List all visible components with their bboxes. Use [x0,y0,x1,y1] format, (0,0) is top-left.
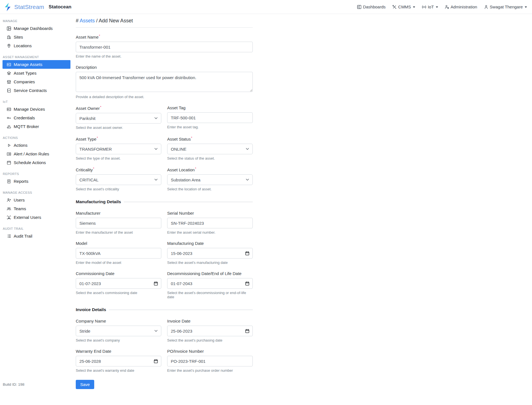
sidebar-item-label: Actions [14,143,27,148]
commissioning-date-input[interactable]: 01-07-2023 [76,278,161,289]
sidebar-item-label: Service Contracts [14,88,47,93]
asset-type-select[interactable]: TRANSFORMER [76,144,161,154]
sidebar-item-reports[interactable]: Reports [3,177,70,186]
field-label: Serial Number [167,211,253,215]
sidebar-item-manage-assets[interactable]: Manage Assets [3,60,70,69]
section-divider [109,310,253,310]
sidebar-item-sites[interactable]: Sites [3,33,70,41]
chevron-down-icon [154,329,158,333]
sidebar-item-asset-types[interactable]: Asset Types [3,69,70,77]
field-helper: Select the asset's purchasing date [167,338,253,342]
breadcrumb: # Assets / Add New Asset [76,18,253,24]
sidebar-item-alert-action-rules[interactable]: Alert / Action Rules [3,150,70,158]
serial-number-input[interactable] [167,218,253,228]
decommissioning-date-input[interactable]: 01-07-2043 [167,278,253,289]
sidebar-item-users[interactable]: Users [3,196,70,204]
field-label: Model [76,241,161,246]
select-value: Substation Area [171,177,200,182]
sidebar-item-audit-trail[interactable]: Audit Trail [3,232,70,240]
po-invoice-number-input[interactable] [167,356,253,366]
asset-location-select[interactable]: Substation Area [167,174,253,185]
sidebar-item-locations[interactable]: Locations [3,41,70,50]
field-label: Description [76,65,253,70]
model-input[interactable] [76,248,161,259]
warranty-end-date-input[interactable]: 25-06-2028 [76,356,161,366]
nav-label: Administration [451,4,477,9]
calendar-icon [154,359,158,363]
field-asset-location: Asset Location* Substation Area Select t… [167,167,253,191]
sidebar-section-heading: ASSET MANAGEMENT [3,55,70,59]
building-icon [7,35,11,39]
sidebar-item-label: Manage Dashboards [14,26,53,31]
field-helper: Enter the asset tag. [167,125,253,129]
sidebar-section-heading: REPORTS [3,172,70,176]
select-value: Parikshit [79,116,96,121]
sidebar-item-credentials[interactable]: Credentials [3,113,70,122]
chevron-down-icon [154,178,158,181]
field-label: Manufacturing Date [167,241,253,246]
sidebar-section-heading: ACTIONS [3,136,70,139]
asset-name-input[interactable] [76,42,253,52]
field-serial-number: Serial Number Enter the asset serial num… [167,211,253,235]
invoice-date-input[interactable]: 25-06-2023 [167,326,253,336]
required-asterisk: * [195,167,196,170]
criticality-select[interactable]: CRITICAL [76,174,161,185]
sidebar-item-label: Companies [14,79,35,84]
asset-status-select[interactable]: ONLINE [167,144,253,154]
person-gear-icon [445,5,449,9]
breadcrumb-divider [76,27,253,28]
sidebar-item-companies[interactable]: Companies [3,77,70,86]
select-value: ONLINE [171,147,186,151]
sidebar-item-label: Teams [14,206,26,211]
nav-iot[interactable]: IoT [422,4,438,9]
nav-administration[interactable]: Administration [445,4,477,9]
caret-down-icon [413,6,415,8]
field-invoice-date: Invoice Date 25-06-2023 Select the asset… [167,319,253,342]
dashboard-layout-icon [7,26,11,31]
sidebar-item-service-contracts[interactable]: Service Contracts [3,86,70,95]
manufacturing-date-input[interactable]: 15-06-2023 [167,248,253,259]
nav-cmms[interactable]: CMMS [392,4,415,9]
save-button[interactable]: Save [76,380,94,389]
calendar-icon [154,281,158,286]
asset-tag-input[interactable] [167,112,253,123]
field-label: PO/Invoice Number [167,349,253,354]
sidebar-item-manage-devices[interactable]: Manage Devices [3,105,70,113]
required-asterisk: * [97,136,98,139]
card-list-icon [7,152,11,156]
key-icon [7,116,11,120]
field-label: Asset Type* [76,136,161,141]
sidebar-item-external-users[interactable]: External Users [3,213,70,222]
field-helper: Select the asset's manufacturing date [167,260,253,265]
sidebar-item-manage-dashboards[interactable]: Manage Dashboards [3,24,70,33]
sidebar-item-label: Users [14,198,25,202]
company-name-select[interactable]: Stride [76,326,161,336]
nav-user-menu[interactable]: Swagat Thengare [484,4,527,9]
field-manufacturer: Manufacturer Enter the manufacturer of t… [76,211,161,235]
nav-dashboards[interactable]: Dashboards [357,4,386,9]
brand-wordmark: StatStream [14,4,44,10]
manufacturer-input[interactable] [76,218,161,228]
field-helper: Select the asset's criticality [76,187,161,191]
sidebar-item-actions[interactable]: Actions [3,141,70,150]
chevron-down-icon [246,178,249,181]
section-title: Invoice Details [76,307,106,312]
page-title: Add New Asset [99,18,133,23]
description-textarea[interactable]: 500 kVA Oil-Immersed Transformer used fo… [76,72,253,92]
asset-owner-select[interactable]: Parikshit [76,113,161,124]
sidebar-item-schedule-actions[interactable]: Schedule Actions [3,158,70,167]
sidebar-item-label: Schedule Actions [14,160,46,165]
breadcrumb-assets-link[interactable]: Assets [80,18,95,23]
sidebar-item-teams[interactable]: Teams [3,204,70,213]
caret-down-icon [525,6,527,8]
asset-card-icon [7,62,11,67]
brand-logo[interactable]: StatStream Statocean [4,3,71,11]
sidebar-item-mqtt-broker[interactable]: MQTT Broker [3,122,70,131]
device-card-icon [7,107,11,112]
field-asset-status: Asset Status* ONLINE Select the status o… [167,136,253,160]
field-asset-owner: Asset Owner* Parikshit Select the asset … [76,105,161,130]
sidebar-item-label: External Users [14,215,41,220]
section-title: Manufacturing Details [76,199,121,204]
field-helper: Select the asset's company [76,338,161,342]
date-value: 25-06-2028 [79,359,101,364]
